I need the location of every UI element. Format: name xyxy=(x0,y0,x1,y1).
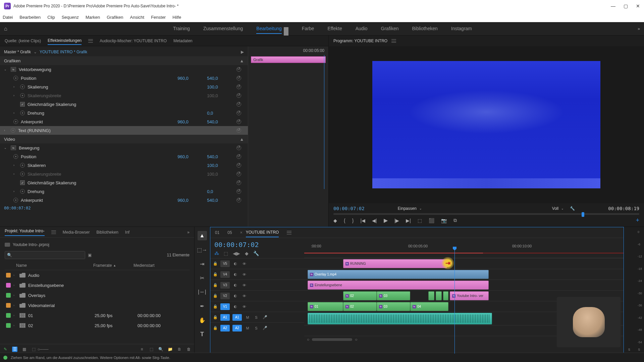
panel-menu-icon[interactable] xyxy=(88,39,93,43)
reset-icon[interactable] xyxy=(236,198,241,202)
quality-dropdown[interactable]: Voll xyxy=(552,206,558,211)
menu-grafiken[interactable]: Grafiken xyxy=(107,15,123,20)
clip-v1-03[interactable]: fx03 xyxy=(377,302,410,311)
col-framerate[interactable]: Framerate▲ xyxy=(93,263,133,268)
pen-tool[interactable]: ✒ xyxy=(198,301,207,311)
home-icon[interactable]: ⌂ xyxy=(4,26,7,32)
trash-icon[interactable]: 🗑 xyxy=(186,347,192,352)
ws-overflow-icon[interactable]: » xyxy=(638,26,640,31)
project-row[interactable]: ›Videomaterial xyxy=(5,300,190,310)
step-back-button[interactable]: ◀| xyxy=(372,218,377,223)
reset-icon[interactable] xyxy=(236,84,241,89)
effect-bewegung[interactable]: ⌄fxBewegung xyxy=(0,143,248,152)
timeline-timecode[interactable]: 00:00:07:02 xyxy=(214,241,300,249)
track-target[interactable]: A1 xyxy=(232,314,242,321)
chevron-down-icon[interactable]: ⌄ xyxy=(561,207,564,210)
reset-icon[interactable] xyxy=(236,154,241,159)
lock-icon[interactable]: 🔒 xyxy=(213,326,218,330)
filter-bin-icon[interactable]: ▣ xyxy=(88,253,92,257)
collapse-icon[interactable]: ▲ xyxy=(239,137,244,142)
automate-icon[interactable]: ⬚ xyxy=(149,347,154,352)
program-scrubber[interactable] xyxy=(333,213,639,215)
track-target[interactable]: A2 xyxy=(232,325,242,331)
sync-lock-icon[interactable]: ◐ xyxy=(232,283,238,288)
track-header-v2[interactable]: 🔒V2◐👁 xyxy=(210,290,304,301)
eye-icon[interactable]: 👁 xyxy=(241,283,247,288)
sync-lock-icon[interactable]: ◐ xyxy=(232,261,238,266)
reset-icon[interactable] xyxy=(236,163,241,168)
reset-icon[interactable] xyxy=(236,172,241,176)
razor-tool[interactable]: ✂ xyxy=(198,273,207,283)
master-clip-label[interactable]: Master * Grafik xyxy=(4,50,31,54)
track-header-a2[interactable]: 🔒A2A2MS🎤 xyxy=(210,322,304,333)
reset-icon[interactable] xyxy=(236,76,241,80)
reset-icon[interactable] xyxy=(236,119,241,124)
collapse-icon[interactable]: ▲ xyxy=(239,58,244,63)
effect-keyframe-timeline[interactable]: 00:00:05:00 Grafik xyxy=(248,46,328,227)
project-row[interactable]: ›0225,00 fps00:00:00:00 xyxy=(5,320,190,330)
seq-tab-youtube-intro[interactable]: YOUTUBE INTRO xyxy=(246,228,279,237)
solo-toggle[interactable]: S xyxy=(253,325,259,331)
settings-icon[interactable]: 🔧 xyxy=(253,251,259,256)
wrench-icon[interactable]: 🔧 xyxy=(570,206,575,211)
stopwatch-icon[interactable] xyxy=(20,84,25,89)
track-select-tool[interactable]: ⬚→ xyxy=(198,245,207,254)
ws-bibliotheken[interactable]: Bibliotheken xyxy=(412,24,437,34)
mark-out-button[interactable]: } xyxy=(352,218,354,223)
export-frame-button[interactable]: 📷 xyxy=(441,218,447,223)
seq-tab-05[interactable]: 05 xyxy=(227,230,232,235)
clip-v1-04[interactable]: fx04 xyxy=(410,302,448,311)
clip-einstellungsebene[interactable]: fxEinstellungsebene xyxy=(308,281,489,290)
checkbox-gleichmaessig2[interactable]: ✓ xyxy=(20,180,25,185)
effect-vektorbewegung[interactable]: ⌄fxVektorbewegung xyxy=(0,65,248,74)
project-row[interactable]: ›Einstellungsebene xyxy=(5,280,190,290)
menu-clip[interactable]: Clip xyxy=(47,15,55,20)
menu-hilfe[interactable]: Hilfe xyxy=(172,15,181,20)
chevron-down-icon[interactable]: ⌄ xyxy=(34,50,37,54)
play-button[interactable]: ▶ xyxy=(384,217,388,224)
mute-toggle[interactable]: M xyxy=(245,315,251,320)
source-patch[interactable]: A2 xyxy=(220,325,230,331)
clip-v2-04b[interactable] xyxy=(436,291,442,300)
eye-icon[interactable]: 👁 xyxy=(241,293,247,299)
menu-marken[interactable]: Marken xyxy=(86,15,100,20)
menu-datei[interactable]: Datei xyxy=(3,15,13,20)
clip-overlay1[interactable]: fxOverlay 1.mp4 xyxy=(308,270,489,279)
expand-arrow-icon[interactable]: › xyxy=(13,284,17,287)
freeform-view-icon[interactable]: ⬚ xyxy=(31,347,36,352)
project-search-input[interactable] xyxy=(14,253,83,257)
ws-menu-icon[interactable] xyxy=(284,27,288,31)
clip-v2-04c[interactable] xyxy=(443,291,448,300)
checkbox-gleichmaessig[interactable]: ✓ xyxy=(20,102,25,107)
reset-icon[interactable] xyxy=(236,128,241,133)
minimize-button[interactable]: — xyxy=(611,3,615,9)
tab-bibliotheken[interactable]: Bibliotheken xyxy=(96,230,118,235)
reset-icon[interactable] xyxy=(236,93,241,98)
tab-inf[interactable]: Inf xyxy=(125,230,129,235)
project-row[interactable]: ›Audio xyxy=(5,270,190,280)
mark-in-button[interactable]: { xyxy=(344,218,345,223)
sort-icon[interactable]: ≡ xyxy=(139,347,145,352)
reset-icon[interactable] xyxy=(236,111,241,115)
clip-youtube-intro-ver[interactable]: fxYoutube Intro- ver xyxy=(450,291,489,300)
program-monitor[interactable] xyxy=(329,46,644,203)
track-header-v3[interactable]: 🔒V3◐👁 xyxy=(210,280,304,290)
source-patch[interactable]: A1 xyxy=(220,314,230,321)
selection-tool[interactable]: ▲ xyxy=(198,231,207,240)
clip-running[interactable]: fxRUNNING xyxy=(343,259,447,268)
stopwatch-icon[interactable] xyxy=(13,119,18,124)
timeline-playhead[interactable] xyxy=(454,249,455,354)
project-search[interactable]: 🔍 xyxy=(5,251,85,259)
maximize-button[interactable]: ▢ xyxy=(624,3,628,9)
clip-v2-03[interactable]: fx03 xyxy=(377,291,410,300)
visibility-icon[interactable] xyxy=(11,128,15,133)
add-marker-icon[interactable]: ◀▶ xyxy=(233,251,240,256)
ripple-edit-tool[interactable]: ⇥ xyxy=(198,259,207,268)
add-button[interactable]: + xyxy=(636,217,639,224)
menu-bearbeiten[interactable]: Bearbeiten xyxy=(19,15,41,20)
lock-icon[interactable]: 🔒 xyxy=(213,294,218,298)
extract-button[interactable]: ⬛ xyxy=(429,218,434,223)
step-forward-button[interactable]: |▶ xyxy=(394,218,399,223)
type-tool[interactable]: T xyxy=(198,329,207,339)
col-name[interactable]: Name xyxy=(6,263,93,268)
